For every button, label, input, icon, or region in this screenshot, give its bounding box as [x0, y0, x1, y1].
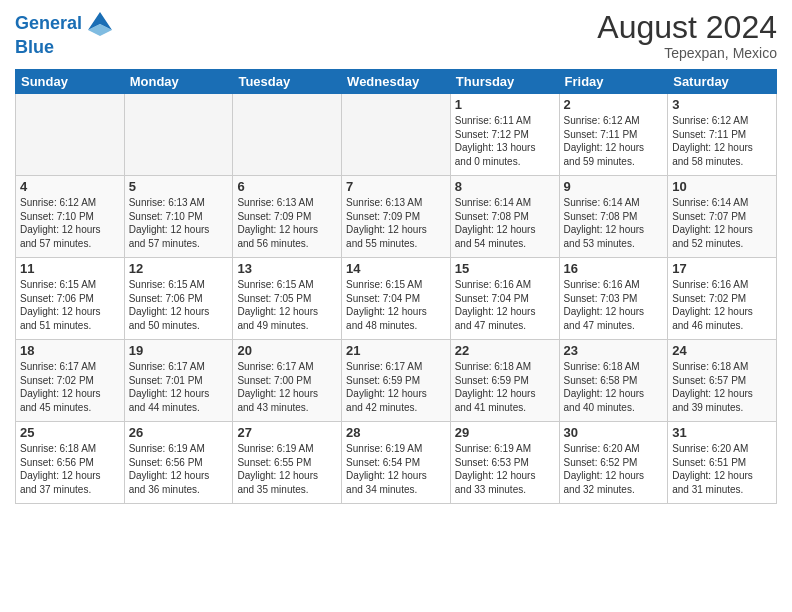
- table-row: 16Sunrise: 6:16 AM Sunset: 7:03 PM Dayli…: [559, 258, 668, 340]
- day-info: Sunrise: 6:14 AM Sunset: 7:08 PM Dayligh…: [564, 196, 664, 250]
- table-row: 30Sunrise: 6:20 AM Sunset: 6:52 PM Dayli…: [559, 422, 668, 504]
- day-number: 23: [564, 343, 664, 358]
- day-info: Sunrise: 6:11 AM Sunset: 7:12 PM Dayligh…: [455, 114, 555, 168]
- table-row: 24Sunrise: 6:18 AM Sunset: 6:57 PM Dayli…: [668, 340, 777, 422]
- day-number: 31: [672, 425, 772, 440]
- table-row: [124, 94, 233, 176]
- day-number: 2: [564, 97, 664, 112]
- table-row: 4Sunrise: 6:12 AM Sunset: 7:10 PM Daylig…: [16, 176, 125, 258]
- day-info: Sunrise: 6:19 AM Sunset: 6:54 PM Dayligh…: [346, 442, 446, 496]
- table-row: 8Sunrise: 6:14 AM Sunset: 7:08 PM Daylig…: [450, 176, 559, 258]
- table-row: [233, 94, 342, 176]
- table-row: 23Sunrise: 6:18 AM Sunset: 6:58 PM Dayli…: [559, 340, 668, 422]
- day-number: 26: [129, 425, 229, 440]
- day-number: 5: [129, 179, 229, 194]
- calendar-week-1: 1Sunrise: 6:11 AM Sunset: 7:12 PM Daylig…: [16, 94, 777, 176]
- table-row: 13Sunrise: 6:15 AM Sunset: 7:05 PM Dayli…: [233, 258, 342, 340]
- day-info: Sunrise: 6:19 AM Sunset: 6:56 PM Dayligh…: [129, 442, 229, 496]
- day-info: Sunrise: 6:12 AM Sunset: 7:11 PM Dayligh…: [564, 114, 664, 168]
- table-row: 6Sunrise: 6:13 AM Sunset: 7:09 PM Daylig…: [233, 176, 342, 258]
- day-number: 30: [564, 425, 664, 440]
- table-row: 2Sunrise: 6:12 AM Sunset: 7:11 PM Daylig…: [559, 94, 668, 176]
- table-row: 19Sunrise: 6:17 AM Sunset: 7:01 PM Dayli…: [124, 340, 233, 422]
- day-number: 7: [346, 179, 446, 194]
- table-row: 11Sunrise: 6:15 AM Sunset: 7:06 PM Dayli…: [16, 258, 125, 340]
- day-number: 8: [455, 179, 555, 194]
- col-saturday: Saturday: [668, 70, 777, 94]
- day-info: Sunrise: 6:16 AM Sunset: 7:04 PM Dayligh…: [455, 278, 555, 332]
- page-container: General Blue August 2024 Tepexpan, Mexic…: [0, 0, 792, 514]
- day-info: Sunrise: 6:19 AM Sunset: 6:53 PM Dayligh…: [455, 442, 555, 496]
- table-row: 14Sunrise: 6:15 AM Sunset: 7:04 PM Dayli…: [342, 258, 451, 340]
- day-info: Sunrise: 6:13 AM Sunset: 7:09 PM Dayligh…: [346, 196, 446, 250]
- day-info: Sunrise: 6:15 AM Sunset: 7:06 PM Dayligh…: [129, 278, 229, 332]
- table-row: 15Sunrise: 6:16 AM Sunset: 7:04 PM Dayli…: [450, 258, 559, 340]
- day-info: Sunrise: 6:15 AM Sunset: 7:05 PM Dayligh…: [237, 278, 337, 332]
- day-number: 25: [20, 425, 120, 440]
- table-row: 10Sunrise: 6:14 AM Sunset: 7:07 PM Dayli…: [668, 176, 777, 258]
- day-info: Sunrise: 6:18 AM Sunset: 6:59 PM Dayligh…: [455, 360, 555, 414]
- col-tuesday: Tuesday: [233, 70, 342, 94]
- day-info: Sunrise: 6:18 AM Sunset: 6:58 PM Dayligh…: [564, 360, 664, 414]
- day-number: 4: [20, 179, 120, 194]
- table-row: 27Sunrise: 6:19 AM Sunset: 6:55 PM Dayli…: [233, 422, 342, 504]
- day-number: 10: [672, 179, 772, 194]
- table-row: 26Sunrise: 6:19 AM Sunset: 6:56 PM Dayli…: [124, 422, 233, 504]
- day-info: Sunrise: 6:18 AM Sunset: 6:56 PM Dayligh…: [20, 442, 120, 496]
- table-row: 3Sunrise: 6:12 AM Sunset: 7:11 PM Daylig…: [668, 94, 777, 176]
- col-wednesday: Wednesday: [342, 70, 451, 94]
- day-info: Sunrise: 6:19 AM Sunset: 6:55 PM Dayligh…: [237, 442, 337, 496]
- table-row: 9Sunrise: 6:14 AM Sunset: 7:08 PM Daylig…: [559, 176, 668, 258]
- day-number: 6: [237, 179, 337, 194]
- day-info: Sunrise: 6:13 AM Sunset: 7:09 PM Dayligh…: [237, 196, 337, 250]
- day-info: Sunrise: 6:15 AM Sunset: 7:06 PM Dayligh…: [20, 278, 120, 332]
- day-info: Sunrise: 6:16 AM Sunset: 7:03 PM Dayligh…: [564, 278, 664, 332]
- col-friday: Friday: [559, 70, 668, 94]
- day-number: 17: [672, 261, 772, 276]
- day-number: 22: [455, 343, 555, 358]
- table-row: 18Sunrise: 6:17 AM Sunset: 7:02 PM Dayli…: [16, 340, 125, 422]
- logo-text: General: [15, 14, 82, 34]
- day-number: 15: [455, 261, 555, 276]
- calendar-header-row: Sunday Monday Tuesday Wednesday Thursday…: [16, 70, 777, 94]
- day-info: Sunrise: 6:17 AM Sunset: 7:00 PM Dayligh…: [237, 360, 337, 414]
- table-row: 21Sunrise: 6:17 AM Sunset: 6:59 PM Dayli…: [342, 340, 451, 422]
- logo-blue: Blue: [15, 38, 114, 58]
- table-row: [16, 94, 125, 176]
- table-row: 17Sunrise: 6:16 AM Sunset: 7:02 PM Dayli…: [668, 258, 777, 340]
- day-number: 16: [564, 261, 664, 276]
- location-subtitle: Tepexpan, Mexico: [597, 45, 777, 61]
- day-info: Sunrise: 6:18 AM Sunset: 6:57 PM Dayligh…: [672, 360, 772, 414]
- calendar-week-4: 18Sunrise: 6:17 AM Sunset: 7:02 PM Dayli…: [16, 340, 777, 422]
- day-info: Sunrise: 6:14 AM Sunset: 7:07 PM Dayligh…: [672, 196, 772, 250]
- table-row: 31Sunrise: 6:20 AM Sunset: 6:51 PM Dayli…: [668, 422, 777, 504]
- day-number: 9: [564, 179, 664, 194]
- day-number: 3: [672, 97, 772, 112]
- day-number: 24: [672, 343, 772, 358]
- day-info: Sunrise: 6:16 AM Sunset: 7:02 PM Dayligh…: [672, 278, 772, 332]
- calendar-table: Sunday Monday Tuesday Wednesday Thursday…: [15, 69, 777, 504]
- calendar-week-3: 11Sunrise: 6:15 AM Sunset: 7:06 PM Dayli…: [16, 258, 777, 340]
- day-info: Sunrise: 6:12 AM Sunset: 7:11 PM Dayligh…: [672, 114, 772, 168]
- table-row: 1Sunrise: 6:11 AM Sunset: 7:12 PM Daylig…: [450, 94, 559, 176]
- day-number: 18: [20, 343, 120, 358]
- day-number: 27: [237, 425, 337, 440]
- table-row: 5Sunrise: 6:13 AM Sunset: 7:10 PM Daylig…: [124, 176, 233, 258]
- day-info: Sunrise: 6:17 AM Sunset: 7:02 PM Dayligh…: [20, 360, 120, 414]
- day-number: 11: [20, 261, 120, 276]
- day-number: 20: [237, 343, 337, 358]
- table-row: 28Sunrise: 6:19 AM Sunset: 6:54 PM Dayli…: [342, 422, 451, 504]
- day-number: 14: [346, 261, 446, 276]
- page-header: General Blue August 2024 Tepexpan, Mexic…: [15, 10, 777, 61]
- calendar-week-5: 25Sunrise: 6:18 AM Sunset: 6:56 PM Dayli…: [16, 422, 777, 504]
- day-info: Sunrise: 6:13 AM Sunset: 7:10 PM Dayligh…: [129, 196, 229, 250]
- day-number: 12: [129, 261, 229, 276]
- day-info: Sunrise: 6:12 AM Sunset: 7:10 PM Dayligh…: [20, 196, 120, 250]
- day-info: Sunrise: 6:14 AM Sunset: 7:08 PM Dayligh…: [455, 196, 555, 250]
- day-info: Sunrise: 6:17 AM Sunset: 7:01 PM Dayligh…: [129, 360, 229, 414]
- col-monday: Monday: [124, 70, 233, 94]
- day-number: 21: [346, 343, 446, 358]
- day-number: 1: [455, 97, 555, 112]
- table-row: 12Sunrise: 6:15 AM Sunset: 7:06 PM Dayli…: [124, 258, 233, 340]
- table-row: 20Sunrise: 6:17 AM Sunset: 7:00 PM Dayli…: [233, 340, 342, 422]
